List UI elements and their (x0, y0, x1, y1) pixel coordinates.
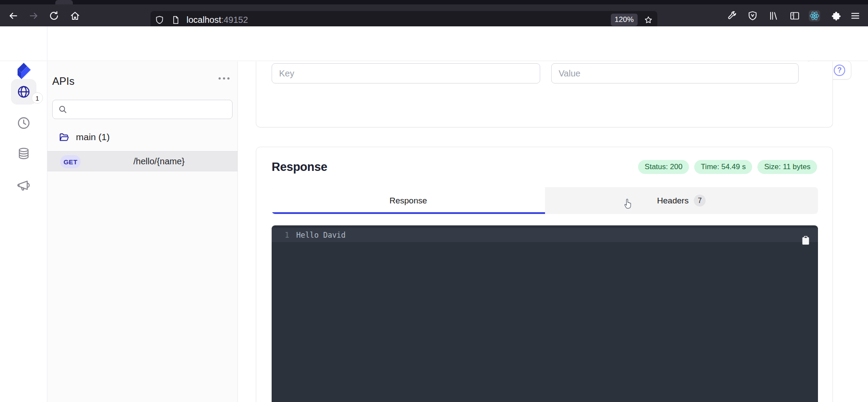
tab-headers[interactable]: Headers 7 (545, 187, 818, 214)
method-badge: GET (60, 155, 81, 168)
url-bar[interactable]: localhost:49152 120% (151, 11, 657, 29)
nav-databases[interactable] (17, 147, 31, 161)
reload-icon[interactable] (48, 10, 60, 22)
sidebar-panel-icon[interactable] (789, 10, 800, 22)
api-route-row[interactable]: GET /hello/{name} (47, 151, 238, 171)
question-circle-icon: ? (834, 65, 845, 76)
response-body-code: 1 Hello David (272, 225, 818, 402)
nav-schedules[interactable] (17, 116, 31, 130)
tab-headers-label: Headers (657, 196, 689, 206)
app-header: Nitric Dashboard / API Explorer Help ? (0, 26, 868, 61)
time-badge: Time: 54.49 s (694, 160, 752, 174)
browser-toolbar: localhost:49152 120% (0, 4, 868, 26)
ellipsis-icon[interactable] (219, 77, 230, 80)
response-tabs: Response Headers 7 (272, 187, 818, 214)
param-value-field[interactable] (551, 63, 799, 83)
zoom-level-badge[interactable]: 120% (611, 14, 638, 26)
tab-response-label: Response (389, 196, 427, 206)
home-icon[interactable] (69, 10, 81, 22)
browser-tab-edge (55, 0, 73, 4)
api-group-label: main (1) (76, 132, 110, 142)
wrench-icon[interactable] (726, 10, 738, 22)
status-badge: Status: 200 (638, 160, 689, 174)
apis-panel-title: APIs (52, 75, 75, 87)
clipboard-icon[interactable] (800, 234, 811, 246)
url-host: localhost (187, 15, 221, 25)
headers-count-badge: 7 (694, 195, 706, 206)
api-search-box[interactable] (52, 100, 233, 119)
route-path: /hello/{name} (133, 156, 185, 167)
nav-topics[interactable] (17, 178, 31, 192)
extensions-icon[interactable] (830, 10, 841, 22)
back-icon[interactable] (7, 10, 19, 22)
params-card (256, 62, 833, 127)
library-icon[interactable] (768, 10, 779, 22)
shield-icon (155, 15, 164, 25)
megaphone-icon (17, 178, 31, 192)
apis-panel: APIs main (1) GET /hello/{name} (47, 62, 238, 402)
line-number: 1 (272, 231, 289, 239)
page-icon (171, 15, 180, 25)
menu-icon[interactable] (850, 10, 861, 22)
url-port: :49152 (221, 15, 248, 25)
apis-count-badge: 1 (32, 92, 43, 104)
react-devtools-icon[interactable] (809, 10, 820, 22)
response-title: Response (272, 160, 327, 174)
tab-response[interactable]: Response (272, 187, 545, 214)
param-key-field[interactable] (272, 63, 540, 83)
shield-check-icon[interactable] (747, 10, 758, 22)
clock-icon (17, 116, 31, 130)
search-input[interactable] (71, 105, 227, 114)
search-icon (58, 105, 68, 114)
folder-open-icon (58, 131, 70, 143)
code-text: Hello David (296, 231, 346, 239)
size-badge: Size: 11 bytes (757, 160, 817, 174)
response-card: Response Status: 200 Time: 54.49 s Size:… (256, 147, 833, 402)
globe-icon (17, 85, 31, 99)
screen: localhost:49152 120% (0, 0, 868, 402)
nitric-logo (14, 60, 33, 82)
database-icon (17, 147, 31, 161)
star-icon[interactable] (644, 15, 653, 25)
api-group-main[interactable]: main (1) (47, 127, 238, 147)
browser-tabstrip (0, 0, 868, 4)
code-line: 1 Hello David (272, 228, 818, 242)
response-meta-badges: Status: 200 Time: 54.49 s Size: 11 bytes (638, 160, 817, 174)
forward-icon[interactable] (28, 10, 39, 22)
